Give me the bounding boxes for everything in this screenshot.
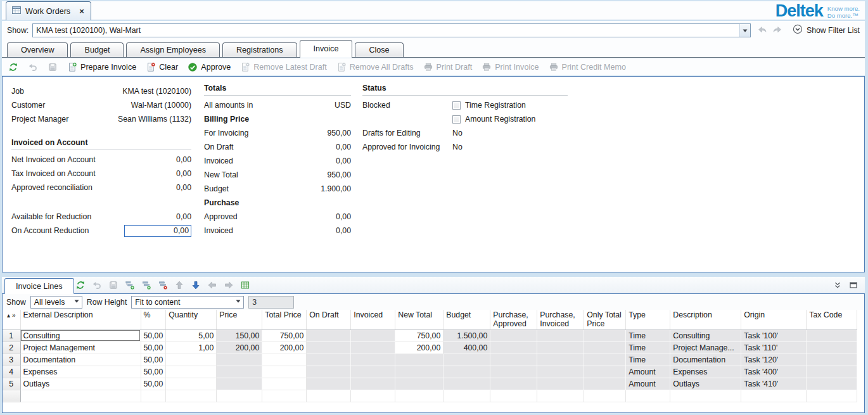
prepare-invoice-button[interactable]: Prepare Invoice bbox=[67, 62, 136, 72]
col-header-price[interactable]: Price bbox=[217, 310, 262, 329]
checkbox-amount-registration[interactable] bbox=[452, 115, 461, 124]
cell-origin: Task '100' bbox=[741, 329, 807, 342]
show-levels-select[interactable]: All levels bbox=[30, 296, 82, 309]
col-header-purchase-approved[interactable]: Purchase, Approved bbox=[490, 310, 537, 329]
row-number[interactable]: 3 bbox=[3, 354, 20, 366]
col-header-budget[interactable]: Budget bbox=[444, 310, 490, 329]
row-delete-button[interactable] bbox=[158, 280, 168, 290]
cell-quantity[interactable] bbox=[166, 366, 217, 378]
field-label: Customer bbox=[11, 101, 131, 110]
field-label: On Account Reduction bbox=[11, 226, 124, 235]
row-number[interactable]: 1 bbox=[3, 329, 20, 342]
approve-button[interactable]: Approve bbox=[188, 62, 231, 72]
col-header-new-total[interactable]: New Total bbox=[395, 310, 444, 329]
cell-description: Documentation bbox=[670, 354, 741, 366]
col-header-quantity[interactable]: Quantity bbox=[166, 310, 217, 329]
doc-clear-icon bbox=[146, 62, 156, 72]
tab-assign-employees[interactable]: Assign Employees bbox=[126, 42, 220, 57]
row-number[interactable]: 5 bbox=[3, 378, 20, 390]
cell-external-description[interactable]: Expenses bbox=[20, 366, 141, 378]
cell-purchase-invoiced bbox=[537, 329, 584, 342]
table-row: 1Consulting50,005,00150,00750,00750,001.… bbox=[3, 329, 857, 342]
col-header-only-total-price[interactable]: Only Total Price bbox=[584, 310, 626, 329]
cell-quantity[interactable] bbox=[166, 354, 217, 366]
arrow-right-icon bbox=[224, 280, 234, 290]
tab-invoice[interactable]: Invoice bbox=[300, 40, 353, 58]
cell-[interactable]: 50,00 bbox=[141, 378, 166, 390]
cell-[interactable]: 50,00 bbox=[141, 366, 166, 378]
cell-new-total[interactable]: 750,00 bbox=[395, 329, 444, 342]
doc-remove-all-icon bbox=[336, 62, 347, 72]
tab-registrations[interactable]: Registrations bbox=[222, 42, 297, 57]
row-add-button[interactable] bbox=[141, 280, 151, 290]
field-label: For Invoicing bbox=[204, 129, 327, 137]
collapse-panel-icon[interactable] bbox=[833, 280, 843, 291]
doc-add-icon bbox=[67, 62, 77, 72]
cell-description: Project Manage... bbox=[670, 342, 741, 354]
show-combobox[interactable]: KMA test (1020100), Wal-Mart bbox=[32, 23, 751, 37]
cell-[interactable]: 50,00 bbox=[141, 342, 166, 354]
field-value: No bbox=[452, 129, 463, 137]
cell-total-price[interactable] bbox=[262, 366, 307, 378]
cell-total-price[interactable]: 200,00 bbox=[262, 342, 307, 354]
col-header-total-price[interactable]: Total Price bbox=[262, 310, 307, 329]
cell-external-description[interactable]: Project Management bbox=[20, 342, 141, 354]
undo-button bbox=[28, 62, 38, 72]
col-header-purchase-invoiced[interactable]: Purchase, Invoiced bbox=[537, 310, 584, 329]
col-header-on-draft[interactable]: On Draft bbox=[307, 310, 351, 329]
table-corner-cell[interactable]: ▴ » bbox=[3, 310, 20, 329]
col-header-origin[interactable]: Origin bbox=[741, 310, 807, 329]
col-header-tax-code[interactable]: Tax Code bbox=[807, 310, 857, 329]
row-add-child-button[interactable] bbox=[125, 280, 135, 290]
row-height-select[interactable]: Fit to content bbox=[131, 296, 244, 309]
cell-budget bbox=[444, 354, 490, 366]
on-account-reduction-input[interactable]: 0,00 bbox=[124, 225, 191, 237]
field-value: 0,00 bbox=[176, 212, 191, 221]
tab-overview[interactable]: Overview bbox=[7, 42, 68, 57]
col-header-external-description[interactable]: External Description bbox=[20, 310, 141, 329]
col-header-description[interactable]: Description bbox=[670, 310, 741, 329]
maximize-panel-icon[interactable] bbox=[848, 280, 858, 291]
cell-quantity[interactable]: 1,00 bbox=[166, 342, 217, 354]
close-tab-icon[interactable]: × bbox=[79, 7, 84, 15]
undo-icon bbox=[28, 62, 38, 72]
arrow-down-button[interactable] bbox=[191, 280, 201, 290]
cell-tax-code bbox=[807, 366, 857, 378]
cell-quantity[interactable] bbox=[166, 378, 217, 390]
cell-total-price[interactable] bbox=[262, 378, 307, 390]
grid-button[interactable] bbox=[240, 280, 250, 290]
cell-[interactable]: 50,00 bbox=[141, 354, 166, 366]
checkbox-label: Time Registration bbox=[465, 101, 526, 110]
refresh-button[interactable] bbox=[75, 280, 86, 290]
row-number[interactable]: 2 bbox=[3, 342, 20, 354]
save-button bbox=[48, 62, 58, 72]
col-header-invoiced[interactable]: Invoiced bbox=[351, 310, 395, 329]
cell-quantity[interactable]: 5,00 bbox=[166, 329, 217, 342]
tab-close[interactable]: Close bbox=[355, 42, 403, 57]
cell-external-description[interactable]: Documentation bbox=[20, 354, 141, 366]
cell-external-description[interactable]: Outlays bbox=[20, 378, 141, 390]
row-number[interactable]: 4 bbox=[3, 366, 20, 378]
cell-price bbox=[217, 366, 262, 378]
col-header-type[interactable]: Type bbox=[626, 310, 670, 329]
cell-external-description[interactable]: Consulting bbox=[20, 329, 141, 342]
cell-total-price[interactable] bbox=[262, 354, 307, 366]
show-filter-list-button[interactable]: Show Filter List bbox=[793, 24, 860, 36]
invoice-lines-tab[interactable]: Invoice Lines bbox=[4, 278, 74, 294]
col-header-[interactable]: % bbox=[141, 310, 166, 329]
clear-button[interactable]: Clear bbox=[146, 62, 178, 72]
cell-new-total[interactable]: 200,00 bbox=[395, 342, 444, 354]
show-label: Show: bbox=[7, 26, 29, 35]
chevron-down-icon bbox=[72, 297, 82, 307]
tab-budget[interactable]: Budget bbox=[70, 42, 124, 57]
cell-[interactable]: 50,00 bbox=[141, 329, 166, 342]
toolbar-button-label: Print Draft bbox=[437, 63, 473, 72]
checkbox-time-registration[interactable] bbox=[452, 101, 461, 110]
cell-origin: Task '400' bbox=[741, 366, 807, 378]
work-orders-document-tab[interactable]: Work Orders × bbox=[6, 1, 91, 20]
cell-total-price[interactable]: 750,00 bbox=[262, 329, 307, 342]
refresh-button[interactable] bbox=[8, 62, 18, 72]
combo-dropdown-icon[interactable] bbox=[739, 24, 750, 37]
field-row: Available for Reduction0,00 bbox=[11, 210, 191, 224]
status-checkbox-row: Amount Registration bbox=[362, 112, 568, 126]
